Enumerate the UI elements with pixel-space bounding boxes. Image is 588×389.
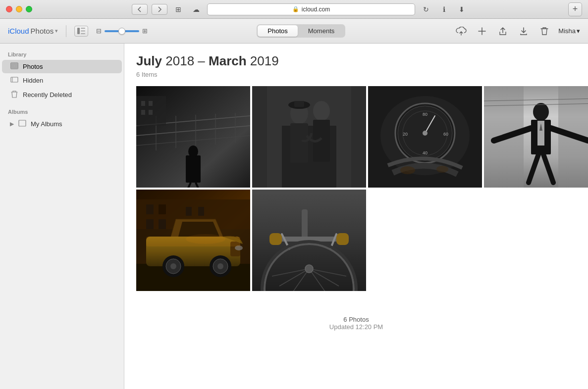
photo-grid: 80 40 20 60: [136, 86, 576, 291]
zoom-in-icon: ⊞: [142, 27, 148, 35]
photo-item-5[interactable]: [136, 190, 250, 291]
url-text: icloud.com: [302, 6, 330, 13]
title-dropdown-arrow[interactable]: ▾: [55, 28, 58, 34]
sidebar-item-my-albums[interactable]: ▶ My Albums: [2, 117, 122, 131]
content-area: July 2018 – March 2019 6 Items: [124, 44, 588, 389]
svg-rect-27: [149, 101, 153, 106]
date-start-bold: July: [136, 53, 162, 68]
svg-point-86: [186, 234, 225, 244]
download-icon[interactable]: ⬇: [455, 4, 469, 15]
svg-rect-29: [149, 110, 153, 115]
add-button[interactable]: [475, 24, 489, 38]
my-albums-icon: [18, 120, 27, 128]
app-toolbar: iCloud Photos ▾ ⊟ ⊞ Photos Moments: [0, 19, 588, 44]
svg-rect-21: [186, 155, 201, 183]
svg-rect-8: [14, 66, 18, 69]
minimize-button[interactable]: [16, 6, 22, 12]
hidden-sidebar-label: Hidden: [23, 77, 43, 84]
photo-item-6[interactable]: [252, 190, 366, 291]
svg-point-81: [170, 263, 176, 269]
moments-tab[interactable]: Moments: [298, 25, 344, 37]
items-count: 6 Items: [136, 71, 576, 78]
svg-text:20: 20: [403, 132, 408, 137]
svg-rect-1: [81, 28, 85, 29]
svg-point-99: [305, 265, 313, 273]
photos-total-count: 6 Photos: [146, 316, 566, 323]
svg-rect-11: [19, 120, 26, 126]
refresh-icon[interactable]: ↻: [419, 4, 433, 15]
app-title: iCloud Photos ▾: [8, 27, 58, 35]
photo-item-1[interactable]: [136, 86, 250, 188]
zoom-slider[interactable]: [105, 30, 139, 32]
svg-point-22: [188, 146, 198, 157]
zoom-control: ⊟ ⊞: [96, 27, 148, 35]
url-bar[interactable]: 🔒 icloud.com: [207, 3, 415, 15]
svg-point-51: [400, 166, 415, 174]
back-button[interactable]: [132, 4, 148, 15]
sidebar: Library Photos Hidden Recently Deleted A…: [0, 44, 124, 389]
toolbar-actions: Misha ▾: [454, 24, 580, 38]
hidden-sidebar-icon: [10, 76, 19, 85]
photos-sidebar-label: Photos: [23, 63, 43, 70]
icloud-upload-button[interactable]: [454, 24, 468, 38]
svg-rect-26: [141, 101, 145, 106]
svg-point-52: [436, 166, 448, 173]
updated-time: Updated 12:20 PM: [146, 323, 566, 331]
forward-button[interactable]: [152, 4, 167, 15]
svg-point-56: [533, 103, 549, 121]
traffic-lights: [6, 6, 32, 12]
photos-label: Photos: [31, 27, 54, 35]
share-button[interactable]: [496, 24, 510, 38]
photo-item-4[interactable]: [484, 86, 588, 188]
sidebar-item-photos[interactable]: Photos: [2, 60, 122, 73]
sidebar-item-recently-deleted[interactable]: Recently Deleted: [2, 88, 122, 102]
toolbar-divider-1: [66, 25, 66, 37]
my-albums-label: My Albums: [31, 120, 62, 128]
albums-expand-arrow[interactable]: ▶: [10, 121, 14, 127]
svg-rect-67: [136, 264, 250, 291]
date-end-light: 2019: [247, 53, 279, 68]
content-header: July 2018 – March 2019 6 Items: [136, 53, 576, 78]
photo-item-2[interactable]: [252, 86, 366, 188]
svg-rect-7: [11, 66, 14, 69]
close-button[interactable]: [6, 6, 12, 12]
download-toolbar-button[interactable]: [517, 24, 531, 38]
lock-icon: 🔒: [292, 6, 299, 12]
zoom-slider-thumb[interactable]: [118, 28, 125, 35]
grid-icon[interactable]: ⊞: [171, 4, 185, 15]
icloud-label: iCloud: [8, 27, 29, 35]
cloud-icon: ☁: [189, 4, 203, 15]
toolbar-center: Photos Moments: [156, 24, 446, 38]
svg-rect-35: [290, 123, 308, 163]
svg-text:40: 40: [423, 150, 428, 155]
svg-point-84: [217, 263, 223, 269]
svg-rect-2: [81, 31, 85, 32]
svg-rect-5: [11, 63, 14, 66]
titlebar: ⊞ ☁ 🔒 icloud.com ↻ ℹ ⬇ +: [0, 0, 588, 19]
view-mode-control: Photos Moments: [257, 24, 345, 38]
zoom-out-icon: ⊟: [96, 27, 102, 35]
svg-text:80: 80: [423, 112, 428, 117]
svg-rect-91: [336, 233, 349, 245]
svg-point-38: [313, 101, 330, 121]
new-tab-button[interactable]: +: [568, 2, 582, 16]
sidebar-toggle-button[interactable]: [74, 26, 88, 37]
svg-point-50: [423, 131, 428, 136]
sidebar-item-hidden[interactable]: Hidden: [2, 74, 122, 87]
delete-toolbar-button[interactable]: [537, 24, 551, 38]
photos-tab[interactable]: Photos: [258, 25, 297, 37]
svg-rect-28: [141, 110, 145, 115]
svg-rect-0: [77, 28, 80, 34]
info-icon[interactable]: ℹ: [437, 4, 451, 15]
user-arrow: ▾: [577, 27, 580, 35]
maximize-button[interactable]: [26, 6, 32, 12]
photo-item-3[interactable]: 80 40 20 60: [368, 86, 482, 188]
albums-section-label: Albums: [0, 107, 124, 117]
date-start-light: 2018 –: [162, 53, 209, 68]
trash-sidebar-icon: [10, 90, 19, 99]
photos-sidebar-icon: [10, 62, 19, 71]
titlebar-center: ⊞ ☁ 🔒 icloud.com ↻ ℹ ⬇: [37, 3, 563, 15]
svg-rect-37: [294, 101, 304, 107]
user-menu-button[interactable]: Misha ▾: [558, 27, 580, 35]
svg-rect-88: [302, 209, 308, 239]
